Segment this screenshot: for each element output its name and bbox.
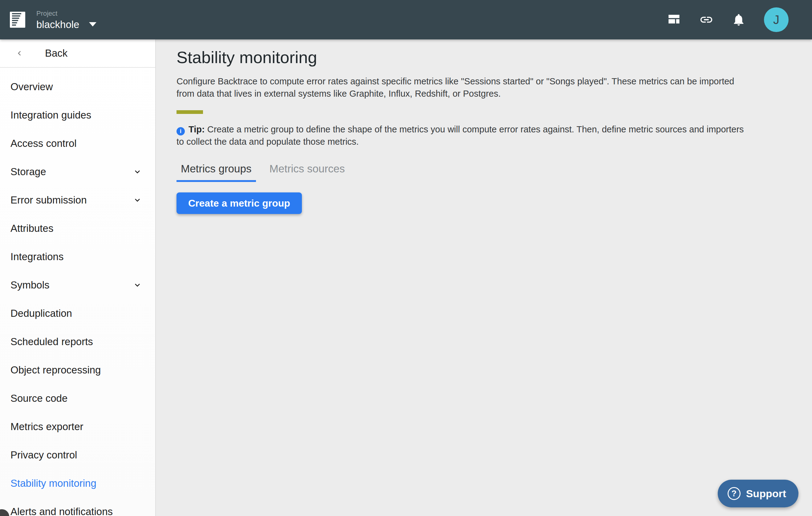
support-label: Support [746, 488, 786, 500]
tip-text: iTip: Create a metric group to define th… [176, 123, 750, 148]
sidebar-item-label: Integrations [10, 251, 63, 263]
help-icon: ? [728, 487, 741, 500]
dashboard-icon[interactable] [667, 12, 681, 27]
project-caret-icon [89, 22, 96, 27]
notifications-icon[interactable] [732, 12, 746, 27]
topbar: Project blackhole J [0, 0, 812, 39]
sidebar-item-deduplication[interactable]: Deduplication [0, 299, 155, 328]
sidebar-item-label: Metrics exporter [10, 421, 84, 432]
sidebar-item-stability-monitoring[interactable]: Stability monitoring [0, 469, 155, 497]
support-button[interactable]: ? Support [718, 480, 799, 507]
backtrace-logo-icon [10, 12, 25, 28]
project-switcher[interactable]: Project blackhole [36, 10, 96, 30]
sidebar-item-label: Alerts and notifications [10, 506, 113, 516]
sidebar-item-object-reprocessing[interactable]: Object reprocessing [0, 356, 155, 384]
sidebar-item-label: Storage [10, 166, 46, 178]
info-icon: i [176, 127, 185, 135]
tab-bar: Metrics groupsMetrics sources [176, 162, 793, 182]
settings-sidebar: Back Overview Integration guides Access … [0, 39, 156, 516]
sidebar-item-label: Stability monitoring [10, 478, 96, 489]
sidebar-item-alerts-and-notifications[interactable]: Alerts and notifications [0, 497, 155, 516]
sidebar-item-overview[interactable]: Overview [0, 73, 155, 101]
sidebar-item-label: Integration guides [10, 109, 91, 121]
sidebar-item-storage[interactable]: Storage [0, 158, 155, 186]
sidebar-item-label: Symbols [10, 279, 50, 291]
sidebar-item-error-submission[interactable]: Error submission [0, 186, 155, 214]
sidebar-item-privacy-control[interactable]: Privacy control [0, 441, 155, 469]
sidebar-item-integrations[interactable]: Integrations [0, 243, 155, 271]
main-content: Stability monitoring Configure Backtrace… [156, 39, 812, 516]
sidebar-item-attributes[interactable]: Attributes [0, 214, 155, 243]
sidebar-item-label: Attributes [10, 222, 53, 234]
chevron-down-icon [133, 195, 142, 205]
tip-label: Tip: [188, 124, 205, 134]
back-button[interactable]: Back [0, 39, 155, 68]
sidebar-item-label: Source code [10, 393, 67, 404]
sidebar-item-label: Access control [10, 138, 77, 149]
sidebar-item-metrics-exporter[interactable]: Metrics exporter [0, 413, 155, 441]
avatar-initial: J [773, 13, 779, 27]
sidebar-item-label: Object reprocessing [10, 364, 101, 376]
sidebar-item-scheduled-reports[interactable]: Scheduled reports [0, 328, 155, 356]
sidebar-item-integration-guides[interactable]: Integration guides [0, 101, 155, 129]
sidebar-item-label: Privacy control [10, 449, 77, 461]
page-description: Configure Backtrace to compute error rat… [176, 75, 737, 100]
project-name: blackhole [36, 20, 79, 30]
chevron-down-icon [133, 280, 142, 290]
sidebar-item-access-control[interactable]: Access control [0, 129, 155, 158]
sidebar-item-source-code[interactable]: Source code [0, 384, 155, 413]
link-icon[interactable] [699, 12, 714, 27]
create-metric-group-button[interactable]: Create a metric group [176, 192, 302, 214]
sidebar-item-label: Deduplication [10, 308, 72, 319]
chevron-down-icon [133, 167, 142, 177]
sidebar-nav-list: Overview Integration guides Access contr… [0, 68, 155, 516]
sidebar-item-label: Scheduled reports [10, 336, 93, 347]
sidebar-item-symbols[interactable]: Symbols [0, 271, 155, 299]
project-label: Project [36, 10, 96, 17]
avatar[interactable]: J [764, 7, 789, 32]
section-divider [176, 110, 203, 114]
tab-metrics-groups[interactable]: Metrics groups [176, 162, 256, 182]
chevron-left-icon [15, 49, 24, 58]
tip-body: Create a metric group to define the shap… [176, 124, 744, 147]
sidebar-item-label: Overview [10, 81, 53, 93]
page-title: Stability monitoring [176, 48, 793, 67]
tab-metrics-sources[interactable]: Metrics sources [265, 162, 349, 182]
back-label: Back [45, 48, 67, 59]
sidebar-item-label: Error submission [10, 194, 87, 206]
